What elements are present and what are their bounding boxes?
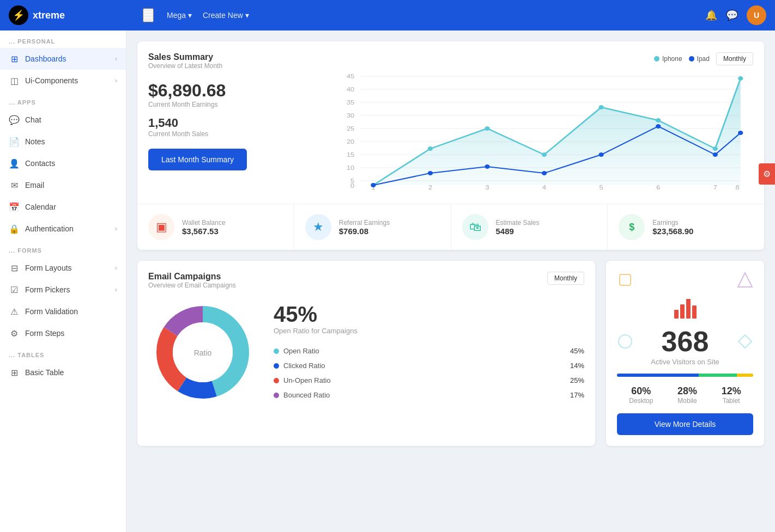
- monthly-button[interactable]: Monthly: [716, 52, 753, 65]
- sidebar-item-basic-table[interactable]: ⊞ Basic Table: [0, 362, 126, 383]
- topnav-links: Mega ▾ Create New ▾: [167, 11, 697, 20]
- email-title-group: Email Campaigns Overview of Email Campai…: [148, 272, 236, 298]
- sidebar-label-form-validation: Form Validation: [25, 307, 117, 316]
- svg-text:40: 40: [347, 86, 355, 93]
- ratio-row-bounced: Bounced Ratio 17%: [274, 388, 584, 402]
- donut-svg: Ratio: [148, 298, 257, 407]
- svg-point-42: [713, 152, 718, 157]
- svg-point-33: [656, 118, 661, 123]
- svg-text:20: 20: [347, 138, 355, 145]
- svg-point-29: [428, 146, 433, 151]
- ratio-desc: Open Ratio for Campaigns: [274, 327, 584, 335]
- sales-amount-label: Current Month Earnings: [148, 101, 312, 108]
- chevron-right-icon-5: ›: [115, 286, 117, 293]
- clicked-ratio-dot: [274, 363, 279, 369]
- bar-mobile: [699, 374, 737, 377]
- estimate-label: Estimate Sales: [496, 219, 540, 227]
- sidebar-item-dashboards[interactable]: ⊞ Dashboards ›: [0, 48, 126, 70]
- stat-wallet-info: Wallet Balance $3,567.53: [182, 219, 226, 236]
- deco-diamond-right: [737, 333, 753, 350]
- create-new-link[interactable]: Create New ▾: [203, 11, 249, 20]
- ratio-legend: 45% Open Ratio for Campaigns Open Ratio …: [274, 302, 584, 402]
- layout: ... PERSONAL ⊞ Dashboards › ◫ Ui-Compone…: [0, 30, 775, 532]
- sidebar-item-form-layouts[interactable]: ⊟ Form Layouts ›: [0, 257, 126, 279]
- notification-bell-icon[interactable]: 🔔: [705, 9, 717, 21]
- avatar[interactable]: U: [747, 5, 766, 25]
- referral-icon: ★: [305, 214, 331, 240]
- svg-point-35: [738, 76, 743, 81]
- wallet-value: $3,567.53: [182, 227, 226, 236]
- sidebar-label-form-steps: Form Steps: [25, 329, 117, 338]
- ipad-dot: [689, 56, 694, 62]
- email-subtitle: Overview of Email Campaigns: [148, 282, 236, 289]
- svg-point-30: [485, 126, 489, 131]
- form-validation-icon: ⚠: [9, 306, 20, 317]
- sidebar-item-form-pickers[interactable]: ☑ Form Pickers ›: [0, 279, 126, 301]
- visitor-bar: [617, 374, 753, 377]
- email-title: Email Campaigns: [148, 272, 236, 282]
- view-more-details-button[interactable]: View More Details: [617, 413, 753, 435]
- svg-point-40: [599, 152, 604, 157]
- chat-icon: 💬: [9, 114, 20, 125]
- estimate-icon: 🛍: [462, 214, 488, 240]
- sidebar-item-form-validation[interactable]: ⚠ Form Validation: [0, 301, 126, 322]
- sidebar-label-form-pickers: Form Pickers: [25, 285, 110, 294]
- svg-rect-53: [680, 304, 685, 319]
- mobile-label: Mobile: [677, 397, 697, 405]
- mobile-val: 28%: [677, 386, 697, 397]
- svg-point-36: [371, 183, 376, 187]
- sidebar-item-form-steps[interactable]: ⚙ Form Steps: [0, 322, 126, 344]
- settings-gear-button[interactable]: ⚙: [759, 163, 775, 185]
- stat-earnings-info: Earnings $23,568.90: [652, 219, 693, 236]
- stat-mobile: 28% Mobile: [677, 386, 697, 405]
- sales-card-body: Sales Summary Overview of Latest Month $…: [137, 41, 764, 204]
- form-steps-icon: ⚙: [9, 328, 20, 339]
- app-logo: ⚡ xtreme: [9, 5, 134, 25]
- bar-chart-icon: [671, 293, 699, 321]
- sidebar-item-calendar[interactable]: 📅 Calendar: [0, 196, 126, 218]
- sidebar-item-notes[interactable]: 📄 Notes: [0, 131, 126, 152]
- visitor-label: Active Visitors on Site: [617, 358, 753, 366]
- sidebar-item-email[interactable]: ✉ Email: [0, 174, 126, 196]
- last-month-summary-button[interactable]: Last Month Summary: [148, 149, 247, 170]
- email-icon: ✉: [9, 180, 20, 191]
- sidebar-item-authentication[interactable]: 🔒 Authentication ›: [0, 218, 126, 240]
- sidebar-item-contacts[interactable]: 👤 Contacts: [0, 152, 126, 174]
- email-content: Ratio 45% Open Ratio for Campaigns Open …: [148, 298, 584, 407]
- sidebar-item-chat[interactable]: 💬 Chat: [0, 109, 126, 131]
- message-icon[interactable]: 💬: [726, 9, 738, 21]
- ratio-row-unopen: Un-Open Ratio 25%: [274, 373, 584, 388]
- svg-rect-55: [692, 305, 697, 319]
- sidebar-label-notes: Notes: [25, 137, 117, 146]
- tablet-label: Tablet: [722, 397, 741, 405]
- sales-summary-card: Sales Summary Overview of Latest Month $…: [137, 41, 764, 250]
- hamburger-button[interactable]: ☰: [143, 8, 154, 22]
- chevron-right-icon-4: ›: [115, 264, 117, 272]
- ipad-label: Ipad: [697, 55, 710, 63]
- svg-text:30: 30: [347, 112, 355, 119]
- app-name: xtreme: [33, 10, 65, 21]
- email-monthly-button[interactable]: Monthly: [547, 272, 584, 285]
- visitor-count: 368: [662, 325, 709, 358]
- referral-label: Referral Earnings: [339, 219, 390, 227]
- count-row: 368: [617, 325, 753, 358]
- ui-components-icon: ◫: [9, 75, 20, 86]
- bottom-row: Email Campaigns Overview of Email Campai…: [137, 261, 764, 446]
- sidebar-item-ui-components[interactable]: ◫ Ui-Components ›: [0, 70, 126, 91]
- stat-wallet: ▣ Wallet Balance $3,567.53: [137, 204, 294, 250]
- svg-point-41: [656, 124, 661, 129]
- bar-desktop: [617, 374, 699, 377]
- bar-tablet: [737, 374, 753, 377]
- svg-text:35: 35: [347, 99, 355, 106]
- chevron-right-icon-3: ›: [115, 225, 117, 233]
- sidebar-label-chat: Chat: [25, 115, 117, 124]
- svg-rect-52: [674, 310, 679, 319]
- visitors-card: 368 Active Visitors on Site 60% Desktop: [606, 261, 764, 446]
- svg-rect-54: [686, 299, 691, 319]
- sidebar-label-contacts: Contacts: [25, 159, 117, 168]
- stat-referral: ★ Referral Earnings $769.08: [294, 204, 451, 250]
- stat-referral-info: Referral Earnings $769.08: [339, 219, 390, 236]
- sidebar-label-basic-table: Basic Table: [25, 368, 117, 377]
- mega-menu-link[interactable]: Mega ▾: [167, 11, 192, 20]
- forms-section-label: ... FORMS: [0, 240, 126, 257]
